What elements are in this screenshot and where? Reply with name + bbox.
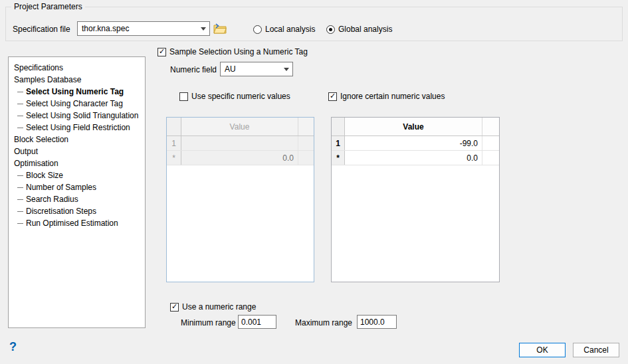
value-cell[interactable]: 0.0 xyxy=(345,151,482,165)
tree-item-select-numeric-tag[interactable]: Select Using Numeric Tag xyxy=(9,86,145,98)
tree-item-block-selection[interactable]: Block Selection xyxy=(9,134,145,145)
checkbox-icon: ✓ xyxy=(179,92,188,101)
table-row: * 0.0 xyxy=(332,151,499,165)
row-filler xyxy=(298,151,314,165)
tree-branch-line xyxy=(17,116,23,116)
tree-item-output[interactable]: Output xyxy=(9,145,145,157)
numeric-range-label: Use a numeric range xyxy=(182,302,256,312)
column-header-value: Value xyxy=(181,118,298,136)
radio-local-label: Local analysis xyxy=(265,25,315,34)
folder-open-icon xyxy=(213,23,227,34)
value-cell[interactable]: -99.0 xyxy=(345,136,482,150)
row-filler xyxy=(298,136,314,150)
table-empty-area xyxy=(332,165,499,282)
numeric-field-value: AU xyxy=(221,62,280,76)
settings-tree: Specifications Samples Database Select U… xyxy=(8,56,146,328)
spec-file-combobox[interactable]: thor.kna.spec xyxy=(77,21,210,36)
header-filler xyxy=(298,118,314,136)
tree-branch-line xyxy=(17,211,23,212)
table-corner xyxy=(167,118,181,136)
row-header: * xyxy=(167,151,181,165)
use-specific-values-label: Use specific numeric values xyxy=(191,92,290,101)
radio-icon xyxy=(326,25,335,34)
table-row: * 0.0 xyxy=(167,151,314,165)
sample-selection-label: Sample Selection Using a Numeric Tag xyxy=(169,47,308,56)
chevron-down-icon[interactable] xyxy=(280,62,292,76)
numeric-field-combobox[interactable]: AU xyxy=(220,62,293,76)
groupbox-title: Project Parameters xyxy=(11,2,85,11)
radio-icon xyxy=(253,25,262,34)
tree-item-discretisation-steps[interactable]: Discretisation Steps xyxy=(9,205,145,217)
value-cell: 0.0 xyxy=(181,151,298,165)
tree-branch-line xyxy=(17,92,23,92)
browse-folder-button[interactable] xyxy=(212,22,228,35)
help-icon[interactable]: ? xyxy=(9,340,17,354)
row-filler xyxy=(482,136,499,150)
numeric-range-checkbox[interactable]: ✓ Use a numeric range xyxy=(170,302,256,312)
minimum-range-input[interactable] xyxy=(238,315,276,329)
cancel-button[interactable]: Cancel xyxy=(573,343,619,357)
radio-global-label: Global analysis xyxy=(338,25,392,34)
row-filler xyxy=(482,151,499,165)
tree-item-specifications[interactable]: Specifications xyxy=(9,62,145,74)
minimum-range-label: Minimum range xyxy=(181,318,236,327)
tree-branch-line xyxy=(17,199,23,200)
tree-item-optimisation[interactable]: Optimisation xyxy=(9,157,145,169)
ignore-values-label: Ignore certain numeric values xyxy=(340,92,445,101)
tree-item-select-solid-triangulation[interactable]: Select Using Solid Triangulation xyxy=(9,110,145,122)
tree-item-search-radius[interactable]: Search Radius xyxy=(9,193,145,205)
checkbox-icon: ✓ xyxy=(170,303,179,312)
header-filler xyxy=(482,118,499,136)
table-corner[interactable] xyxy=(332,118,345,136)
tree-item-select-character-tag[interactable]: Select Using Character Tag xyxy=(9,98,145,110)
project-parameters-groupbox: Project Parameters Specification file th… xyxy=(5,7,623,41)
tree-item-number-of-samples[interactable]: Number of Samples xyxy=(9,181,145,193)
ignore-values-table: Value 1 -99.0 * 0.0 xyxy=(331,117,500,282)
row-header: 1 xyxy=(167,136,181,150)
tree-item-run-optimised-estimation[interactable]: Run Optimised Estimation xyxy=(9,217,145,229)
radio-local-analysis[interactable]: Local analysis xyxy=(253,25,315,34)
row-header[interactable]: 1 xyxy=(332,136,345,150)
table-header-row: Value xyxy=(167,118,314,136)
tree-branch-line xyxy=(17,104,23,104)
table-empty-area xyxy=(167,165,314,282)
checkbox-icon: ✓ xyxy=(157,48,166,56)
table-row: 1 xyxy=(167,136,314,151)
table-row: 1 -99.0 xyxy=(332,136,499,151)
ignore-values-checkbox[interactable]: ✓ Ignore certain numeric values xyxy=(328,92,445,101)
tree-item-select-field-restriction[interactable]: Select Using Field Restriction xyxy=(9,122,145,134)
specific-values-table: Value 1 * 0.0 xyxy=(166,117,314,282)
use-specific-values-checkbox[interactable]: ✓ Use specific numeric values xyxy=(179,92,290,101)
column-header-value[interactable]: Value xyxy=(345,118,482,136)
value-cell xyxy=(181,136,298,150)
tree-branch-line xyxy=(17,223,23,224)
tree-branch-line xyxy=(17,175,23,176)
ok-button[interactable]: OK xyxy=(519,343,566,357)
spec-file-label: Specification file xyxy=(13,25,70,34)
maximum-range-input[interactable] xyxy=(357,315,397,329)
spec-file-value: thor.kna.spec xyxy=(78,22,197,35)
radio-global-analysis[interactable]: Global analysis xyxy=(326,25,392,34)
sample-selection-checkbox[interactable]: ✓ Sample Selection Using a Numeric Tag xyxy=(157,47,308,56)
checkbox-icon: ✓ xyxy=(328,92,337,101)
maximum-range-label: Maximum range xyxy=(295,318,352,327)
numeric-field-label: Numeric field xyxy=(170,65,217,74)
row-header[interactable]: * xyxy=(332,151,345,165)
tree-item-block-size[interactable]: Block Size xyxy=(9,169,145,181)
chevron-down-icon[interactable] xyxy=(197,22,209,35)
tree-branch-line xyxy=(17,187,23,188)
tree-item-samples-database[interactable]: Samples Database xyxy=(9,74,145,86)
tree-branch-line xyxy=(17,128,23,128)
table-header-row: Value xyxy=(332,118,499,136)
